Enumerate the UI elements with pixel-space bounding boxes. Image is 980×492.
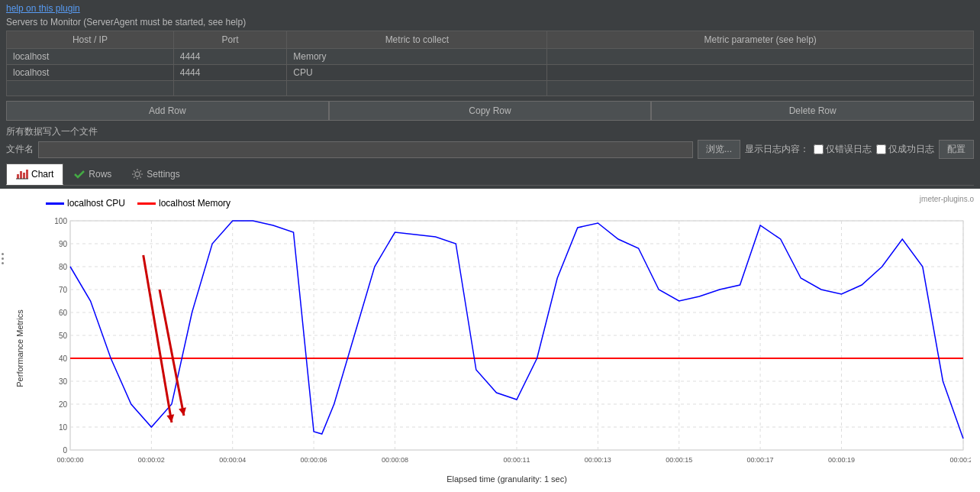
legend-item: localhost Memory: [137, 198, 230, 209]
svg-text:30: 30: [59, 377, 68, 386]
svg-text:00:00:13: 00:00:13: [585, 456, 611, 464]
svg-point-5: [135, 172, 140, 176]
cell-param: [547, 49, 974, 65]
cell-port: 4444: [173, 65, 287, 81]
gear-icon: [131, 168, 143, 180]
success-only-label[interactable]: 仅成功日志: [876, 143, 934, 156]
legend-item: localhost CPU: [46, 198, 125, 209]
tab-chart[interactable]: Chart: [6, 163, 63, 185]
all-data-label: 所有数据写入一个文件: [6, 125, 974, 138]
svg-text:00:00:15: 00:00:15: [666, 456, 692, 464]
check-icon: [73, 168, 85, 180]
svg-text:00:00:08: 00:00:08: [382, 456, 408, 464]
svg-text:10: 10: [59, 423, 68, 432]
svg-text:60: 60: [59, 309, 68, 317]
chart-icon: [16, 168, 28, 180]
log-display-label: 显示日志内容：: [745, 143, 809, 156]
svg-text:80: 80: [59, 263, 68, 271]
action-buttons: Add Row Copy Row Delete Row: [6, 101, 974, 121]
svg-text:00:00:19: 00:00:19: [828, 456, 855, 464]
legend-label: localhost Memory: [159, 198, 230, 209]
file-label: 文件名: [6, 143, 34, 156]
svg-text:00:00:02: 00:00:02: [138, 456, 165, 464]
cell-port: 4444: [173, 49, 287, 65]
x-axis-label: Elapsed time (granularity: 1 sec): [40, 474, 974, 484]
tab-settings[interactable]: Settings: [121, 163, 189, 185]
svg-text:90: 90: [59, 240, 68, 248]
table-row[interactable]: localhost 4444 CPU: [7, 65, 974, 81]
cell-param: [547, 65, 974, 81]
servers-label: Servers to Monitor (ServerAgent must be …: [6, 17, 974, 28]
jmeter-credit: jmeter-plugins.o: [920, 195, 974, 203]
legend-color: [137, 202, 156, 205]
svg-text:00:00:22: 00:00:22: [949, 456, 971, 464]
chart-legend: localhost CPUlocalhost Memory: [46, 198, 974, 209]
svg-text:00:00:06: 00:00:06: [301, 456, 327, 464]
gear-icon: [131, 168, 143, 180]
chart-wrapper: jmeter-plugins.o localhost CPUlocalhost …: [0, 189, 980, 492]
tab-label: Settings: [147, 169, 179, 180]
svg-text:00:00:04: 00:00:04: [219, 456, 246, 464]
svg-text:100: 100: [54, 217, 67, 225]
svg-text:50: 50: [59, 332, 68, 340]
legend-color: [46, 202, 64, 205]
tab-rows[interactable]: Rows: [63, 163, 121, 185]
cell-metric: Memory: [287, 49, 547, 65]
delete-row-button[interactable]: Delete Row: [651, 101, 974, 121]
svg-text:00:00:11: 00:00:11: [503, 456, 530, 464]
tab-label: Chart: [31, 169, 53, 180]
check-icon: [73, 168, 85, 180]
tab-label: Rows: [89, 169, 111, 180]
log-options: 显示日志内容： 仅错误日志 仅成功日志 配置: [745, 140, 974, 159]
chart-svg-container: Performance Metrics 01020304050607080901…: [0, 213, 974, 492]
svg-text:40: 40: [59, 354, 68, 363]
col-host: Host / IP: [7, 31, 174, 49]
error-only-label[interactable]: 仅错误日志: [814, 143, 872, 156]
y-axis-label: Performance Metrics: [15, 309, 24, 387]
file-input[interactable]: [38, 141, 693, 158]
svg-text:70: 70: [59, 286, 68, 294]
chart-icon: [16, 168, 28, 180]
cell-host: localhost: [7, 65, 174, 81]
file-row: 文件名 浏览... 显示日志内容： 仅错误日志 仅成功日志 配置: [6, 140, 974, 159]
add-row-button[interactable]: Add Row: [6, 101, 329, 121]
svg-rect-3: [26, 170, 28, 179]
config-button[interactable]: 配置: [939, 140, 974, 159]
svg-rect-1: [20, 171, 22, 179]
svg-rect-2: [23, 173, 25, 179]
cell-host: localhost: [7, 49, 174, 65]
svg-text:0: 0: [63, 446, 67, 455]
tabs-row: ChartRowsSettings: [6, 162, 974, 186]
help-link[interactable]: help on this plugin: [6, 3, 80, 14]
svg-text:00:00:00: 00:00:00: [56, 456, 83, 464]
chart-svg: 010203040506070809010000:00:0000:00:0200…: [40, 213, 971, 473]
svg-text:20: 20: [59, 400, 68, 409]
table-row[interactable]: localhost 4444 Memory: [7, 49, 974, 65]
cell-metric: CPU: [287, 65, 547, 81]
error-only-checkbox[interactable]: [814, 144, 824, 154]
legend-label: localhost CPU: [67, 198, 125, 209]
svg-rect-0: [17, 174, 19, 179]
col-port: Port: [173, 31, 287, 49]
servers-table: Host / IP Port Metric to collect Metric …: [6, 31, 974, 96]
svg-text:00:00:17: 00:00:17: [747, 456, 774, 464]
success-only-checkbox[interactable]: [876, 144, 886, 154]
copy-row-button[interactable]: Copy Row: [329, 101, 652, 121]
browse-button[interactable]: 浏览...: [698, 140, 740, 159]
y-axis-label-container: Performance Metrics: [0, 213, 40, 484]
col-metric: Metric to collect: [287, 31, 547, 49]
col-param: Metric parameter (see help): [547, 31, 974, 49]
